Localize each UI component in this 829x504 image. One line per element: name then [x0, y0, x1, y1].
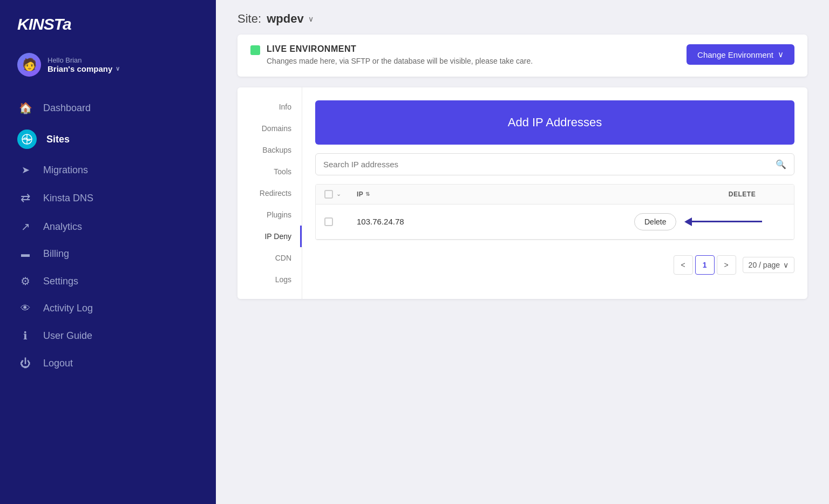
- content-area: LIVE ENVIRONMENT Changes made here, via …: [216, 35, 829, 504]
- subnav-item-logs[interactable]: Logs: [237, 269, 302, 290]
- page-size-selector[interactable]: 20 / page ∨: [743, 257, 794, 273]
- sidebar-item-user-guide[interactable]: ℹ User Guide: [0, 322, 216, 350]
- home-icon: 🏠: [17, 101, 33, 114]
- env-title: LIVE ENVIRONMENT: [267, 44, 533, 54]
- add-ip-addresses-button[interactable]: Add IP Addresses: [315, 100, 794, 145]
- site-dropdown-chevron-icon[interactable]: ∨: [308, 15, 314, 23]
- ip-table-container: ⌄ IP ⇅ DELETE 103.76.24.78: [315, 184, 794, 240]
- arrow-head-icon: [684, 217, 692, 226]
- sidebar-nav: 🏠 Dashboard Sites ➤ Migrations ⇄ Kinsta …: [0, 90, 216, 504]
- pagination-next-button[interactable]: >: [717, 255, 736, 275]
- analytics-icon: ↗: [17, 220, 33, 233]
- env-indicator: [250, 45, 260, 55]
- sidebar-item-logout[interactable]: ⏻ Logout: [0, 350, 216, 377]
- site-name-text: wpdev: [267, 12, 303, 25]
- sidebar: KINSTa 🧑 Hello Brian Brian's company ∨ 🏠…: [0, 0, 216, 504]
- page-header: Site: wpdev ∨: [216, 0, 829, 35]
- ip-sort-icon[interactable]: ⇅: [365, 191, 370, 197]
- subnav-item-tools[interactable]: Tools: [237, 161, 302, 182]
- sidebar-item-billing[interactable]: ▬ Billing: [0, 241, 216, 267]
- ip-deny-panel: Add IP Addresses 🔍 ⌄ IP: [302, 87, 807, 299]
- th-checkbox: ⌄: [324, 190, 357, 199]
- user-hello: Hello Brian: [47, 56, 199, 64]
- page-size-chevron-icon: ∨: [783, 261, 789, 269]
- user-info-section[interactable]: 🧑 Hello Brian Brian's company ∨: [0, 44, 216, 90]
- main-content: Site: wpdev ∨ LIVE ENVIRONMENT Changes m…: [216, 0, 829, 504]
- row-checkbox[interactable]: [324, 217, 333, 226]
- company-chevron-icon: ∨: [115, 65, 120, 72]
- billing-icon: ▬: [17, 249, 33, 259]
- arrow-line: [692, 221, 762, 222]
- sidebar-logo: KINSTa: [0, 0, 216, 44]
- sidebar-item-label: Settings: [43, 276, 78, 287]
- sidebar-item-settings[interactable]: ⚙ Settings: [0, 267, 216, 295]
- search-bar[interactable]: 🔍: [315, 153, 794, 175]
- row-actions: Delete: [634, 213, 785, 230]
- ip-address-cell: 103.76.24.78: [357, 217, 634, 226]
- search-icon: 🔍: [776, 159, 786, 169]
- search-input[interactable]: [323, 160, 771, 169]
- sidebar-item-dashboard[interactable]: 🏠 Dashboard: [0, 94, 216, 122]
- pagination-page-1-button[interactable]: 1: [695, 255, 715, 275]
- logout-icon: ⏻: [17, 357, 33, 370]
- sidebar-item-label: User Guide: [43, 330, 92, 342]
- select-all-checkbox[interactable]: [324, 190, 333, 199]
- sidebar-item-migrations[interactable]: ➤ Migrations: [0, 156, 216, 183]
- subnav-item-info[interactable]: Info: [237, 96, 302, 118]
- sidebar-item-label: Sites: [46, 134, 70, 145]
- arrow-indicator: [685, 217, 762, 226]
- sidebar-item-label: Activity Log: [43, 303, 93, 314]
- subnav-item-ip-deny[interactable]: IP Deny: [237, 226, 302, 247]
- th-delete: DELETE: [699, 190, 785, 198]
- avatar-emoji: 🧑: [22, 58, 37, 72]
- sidebar-item-label: Logout: [43, 358, 73, 369]
- logo-text: KINSTa: [17, 15, 71, 33]
- subnav-item-domains[interactable]: Domains: [237, 118, 302, 139]
- table-row: 103.76.24.78 Delete: [316, 205, 794, 240]
- sidebar-item-label: Kinsta DNS: [43, 193, 93, 204]
- delete-button[interactable]: Delete: [634, 213, 676, 230]
- sidebar-item-kinsta-dns[interactable]: ⇄ Kinsta DNS: [0, 183, 216, 213]
- sidebar-item-sites[interactable]: Sites: [0, 122, 216, 156]
- subnav-item-plugins[interactable]: Plugins: [237, 204, 302, 226]
- th-ip: IP ⇅: [357, 190, 699, 198]
- settings-icon: ⚙: [17, 275, 33, 288]
- change-environment-button[interactable]: Change Environment ∨: [687, 44, 794, 65]
- row-checkbox-cell: [324, 217, 357, 226]
- env-description: Changes made here, via SFTP or the datab…: [267, 56, 533, 67]
- sidebar-item-activity-log[interactable]: 👁 Activity Log: [0, 295, 216, 322]
- migrations-icon: ➤: [17, 164, 33, 176]
- subnav-item-cdn[interactable]: CDN: [237, 247, 302, 269]
- sidebar-item-label: Migrations: [43, 165, 88, 176]
- environment-banner: LIVE ENVIRONMENT Changes made here, via …: [237, 35, 807, 77]
- sub-nav: Info Domains Backups Tools Redirects Plu…: [237, 87, 302, 299]
- sidebar-item-label: Analytics: [43, 221, 82, 233]
- pagination-prev-button[interactable]: <: [674, 255, 693, 275]
- env-text: LIVE ENVIRONMENT Changes made here, via …: [267, 44, 533, 67]
- user-company[interactable]: Brian's company ∨: [47, 64, 199, 73]
- subnav-item-backups[interactable]: Backups: [237, 139, 302, 161]
- change-env-chevron-icon: ∨: [778, 50, 784, 59]
- dns-icon: ⇄: [17, 191, 33, 205]
- eye-icon: 👁: [17, 303, 33, 314]
- env-left: LIVE ENVIRONMENT Changes made here, via …: [250, 44, 533, 67]
- user-details: Hello Brian Brian's company ∨: [47, 56, 199, 73]
- table-header-row: ⌄ IP ⇅ DELETE: [316, 185, 794, 205]
- pagination: < 1 > 20 / page ∨: [315, 249, 794, 277]
- panel-wrapper: Info Domains Backups Tools Redirects Plu…: [237, 87, 807, 299]
- sidebar-item-analytics[interactable]: ↗ Analytics: [0, 213, 216, 241]
- sites-icon: [17, 130, 37, 149]
- sort-icon: ⌄: [336, 190, 341, 197]
- subnav-item-redirects[interactable]: Redirects: [237, 182, 302, 204]
- sidebar-item-label: Billing: [43, 248, 69, 260]
- avatar: 🧑: [17, 53, 41, 77]
- help-icon: ℹ: [17, 329, 33, 342]
- sidebar-item-label: Dashboard: [43, 103, 91, 114]
- site-title: Site: wpdev: [237, 12, 304, 26]
